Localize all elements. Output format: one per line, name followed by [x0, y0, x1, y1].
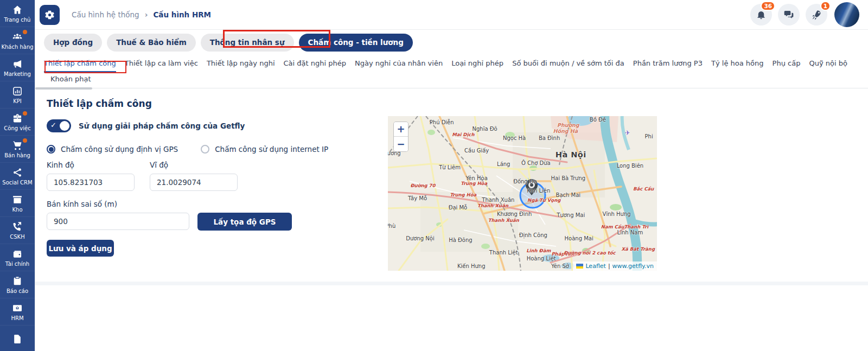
- sidebar-item-label: KPI: [13, 98, 22, 104]
- sidebar-item-Khách hàng[interactable]: Khách hàng: [0, 27, 35, 54]
- getfly-toggle-row: ✓ Sử dụng giải pháp chấm công của Getfly: [47, 119, 245, 132]
- home-icon: [12, 4, 23, 15]
- getfly-attendance-toggle[interactable]: ✓: [47, 119, 71, 132]
- get-gps-button[interactable]: Lấy tọa độ GPS: [197, 213, 292, 231]
- bell-icon: [756, 9, 767, 20]
- tab-Chấm công - tiền lương[interactable]: Chấm công - tiền lương: [299, 34, 413, 52]
- sidebar-item-label: Social CRM: [2, 180, 32, 186]
- page-title: Thiết lập chấm công: [47, 98, 152, 109]
- hrm-icon: [12, 303, 23, 314]
- zoom-out-button[interactable]: −: [394, 137, 408, 151]
- subtab-Ngày nghỉ của nhân viên[interactable]: Ngày nghỉ của nhân viên: [355, 55, 443, 73]
- bell-button[interactable]: 36: [750, 4, 772, 25]
- kpi-icon: [12, 86, 23, 97]
- radius-label: Bán kính sai số (m): [47, 200, 117, 208]
- main-panel: Cấu hình hệ thống › Cấu hình HRM 361 Hợp…: [35, 0, 868, 351]
- sidebar-item-Social CRM[interactable]: Social CRM: [0, 163, 35, 190]
- sidebar-item-label: HRM: [11, 315, 23, 321]
- subtab-row-2: Khoản phạt: [35, 73, 868, 88]
- sidebar-item-KPI[interactable]: KPI: [0, 81, 35, 109]
- sidebar-item-Bán hàng[interactable]: Bán hàng: [0, 136, 35, 163]
- finance-icon: [12, 248, 23, 259]
- tab-Hợp đồng[interactable]: Hợp đồng: [44, 34, 102, 52]
- getfly-link[interactable]: www.getfly.vn: [612, 263, 654, 270]
- radio-internet-ip[interactable]: Chấm công sử dụng internet IP: [201, 145, 328, 154]
- subtab-Thiết lập ngày nghỉ[interactable]: Thiết lập ngày nghỉ: [207, 55, 275, 73]
- chat-icon: [783, 9, 794, 20]
- leaflet-link[interactable]: Leaflet: [585, 263, 605, 270]
- leaflet-map[interactable]: Phú DiễnNghĩa ĐôMai DịchNgọc HàBa ĐìnhPh…: [388, 116, 657, 271]
- subtab-Tỷ lệ hoa hồng[interactable]: Tỷ lệ hoa hồng: [711, 55, 763, 73]
- zoom-in-button[interactable]: +: [394, 122, 408, 137]
- map-attribution: Leaflet | www.getfly.vn: [573, 261, 657, 271]
- subtab-Thiết lập chấm công[interactable]: Thiết lập chấm công: [44, 55, 116, 73]
- map-zoom-control: + −: [393, 122, 409, 152]
- subtab-Số buổi đi muộn / về sớm tối đa[interactable]: Số buổi đi muộn / về sớm tối đa: [512, 55, 624, 73]
- megaphone-icon: [12, 59, 23, 69]
- sidebar-item-Trang chủ[interactable]: Trang chủ: [0, 0, 35, 27]
- sidebar-item-Báo cáo[interactable]: Báo cáo: [0, 271, 35, 298]
- sidebar-item-label: Trang chủ: [4, 17, 31, 23]
- save-apply-button[interactable]: Lưu và áp dụng: [47, 240, 114, 257]
- top-bar: Cấu hình hệ thống › Cấu hình HRM 361: [35, 0, 868, 30]
- radio-gps[interactable]: Chấm công sử dụng định vị GPS: [47, 145, 178, 154]
- check-icon: ✓: [50, 121, 56, 129]
- sidebar-item-label: Công việc: [4, 125, 30, 131]
- sidebar-item-CSKH[interactable]: CSKH: [0, 217, 35, 244]
- chat-button[interactable]: [778, 4, 800, 25]
- getfly-toggle-label: Sử dụng giải pháp chấm công của Getfly: [79, 122, 245, 130]
- notification-dot: [23, 138, 27, 143]
- radio-gps-label: Chấm công sử dụng định vị GPS: [61, 145, 178, 154]
- gear-icon: [44, 9, 55, 21]
- map-canvas: [388, 116, 657, 271]
- subtab-Quỹ nội bộ[interactable]: Quỹ nội bộ: [809, 55, 847, 73]
- longitude-label: Kinh độ: [47, 161, 74, 169]
- breadcrumb: Cấu hình hệ thống › Cấu hình HRM: [72, 10, 211, 19]
- tab-Thuế & Bảo hiểm[interactable]: Thuế & Bảo hiểm: [107, 34, 196, 52]
- latitude-input[interactable]: [150, 174, 238, 191]
- sidebar-item-label: Báo cáo: [7, 288, 28, 294]
- subtab-Cài đặt nghỉ phép[interactable]: Cài đặt nghỉ phép: [284, 55, 346, 73]
- rocket-icon: [811, 9, 822, 20]
- share-icon: [12, 167, 23, 178]
- sidebar-item-Tài chính[interactable]: Tài chính: [0, 244, 35, 271]
- notification-badge: 1: [820, 1, 831, 11]
- document-icon: [12, 334, 23, 344]
- radius-input[interactable]: [47, 213, 189, 230]
- chevron-right-icon: ›: [145, 10, 148, 19]
- breadcrumb-current: Cấu hình HRM: [153, 10, 211, 19]
- breadcrumb-root[interactable]: Cấu hình hệ thống: [72, 10, 139, 19]
- subtab-Thiết lập ca làm việc[interactable]: Thiết lập ca làm việc: [125, 55, 198, 73]
- sidebar-item-HRM[interactable]: HRM: [0, 298, 35, 326]
- notification-dot: [23, 30, 27, 34]
- notification-dot: [23, 111, 27, 116]
- sidebar-item-Công việc[interactable]: Công việc: [0, 109, 35, 136]
- subtab-Khoản phạt[interactable]: Khoản phạt: [50, 75, 859, 83]
- sidebar-item-Kho[interactable]: Kho: [0, 190, 35, 217]
- rocket-button[interactable]: 1: [806, 4, 827, 25]
- hrm-config-tabs: Hợp đồngThuế & Bảo hiểmThông tin nhân sự…: [35, 30, 868, 55]
- subtab-Phần trăm lương P3[interactable]: Phần trăm lương P3: [633, 55, 703, 73]
- sidebar: Trang chủKhách hàngMarketingKPICông việc…: [0, 0, 35, 351]
- sidebar-item-label: CSKH: [10, 234, 24, 240]
- settings-gear-button[interactable]: [40, 5, 60, 25]
- cart-icon: [12, 140, 23, 151]
- subtab-row-1: Thiết lập chấm côngThiết lập ca làm việc…: [35, 55, 868, 73]
- radio-ip-label: Chấm công sử dụng internet IP: [215, 145, 328, 154]
- tab-Thông tin nhân sự[interactable]: Thông tin nhân sự: [201, 34, 294, 52]
- attribution-separator: |: [608, 263, 610, 270]
- phone-icon: [12, 221, 23, 232]
- sidebar-item-label: Marketing: [4, 71, 31, 77]
- latitude-label: Vĩ độ: [150, 161, 168, 169]
- user-avatar[interactable]: [834, 2, 859, 27]
- sidebar-item-Marketing[interactable]: Marketing: [0, 54, 35, 81]
- toggle-knob: [60, 121, 69, 131]
- sidebar-item-label: Bán hàng: [4, 152, 30, 158]
- subtab-Phụ cấp[interactable]: Phụ cấp: [773, 55, 801, 73]
- radio-selected-icon: [47, 145, 55, 154]
- longitude-input[interactable]: [47, 174, 135, 191]
- report-icon: [12, 276, 23, 286]
- sidebar-item-more[interactable]: [0, 326, 35, 351]
- subtab-Loại nghỉ phép[interactable]: Loại nghỉ phép: [451, 55, 503, 73]
- top-actions: 361: [744, 4, 827, 25]
